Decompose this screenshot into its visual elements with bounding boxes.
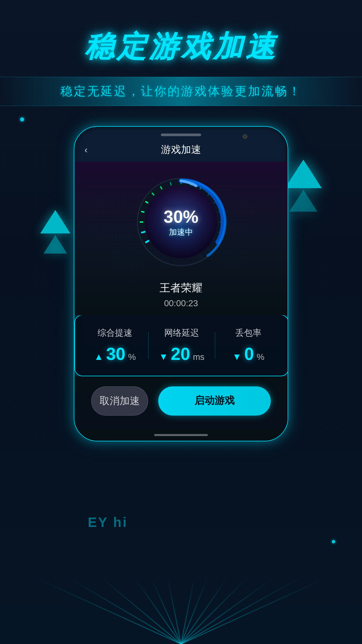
arrow-right-icon	[285, 160, 322, 188]
svg-line-47	[181, 577, 275, 644]
stat-label-latency: 网络延迟	[164, 327, 199, 339]
main-title: 稳定游戏加速	[84, 27, 278, 67]
cancel-button[interactable]: 取消加速	[91, 386, 148, 416]
phone-home-indicator	[74, 429, 288, 441]
stat-unit-speed: %	[128, 352, 136, 362]
stat-number-packet-loss: 0	[244, 344, 254, 364]
phone-bottom-buttons: 取消加速 启动游戏	[74, 376, 288, 429]
bottom-rays	[0, 577, 362, 644]
stat-item-speed: 综合提速 ▲ 30 %	[82, 327, 148, 364]
gauge-center: 30% 加速中	[164, 207, 198, 237]
svg-line-40	[151, 577, 181, 644]
home-bar	[154, 434, 208, 436]
phone-header: ‹ 游戏加速	[74, 138, 288, 162]
game-info: 王者荣耀 00:00:23	[160, 281, 202, 309]
arrow-left-icon	[40, 210, 70, 233]
decoration-dot-bottomright	[332, 540, 335, 543]
stat-number-speed: 30	[106, 344, 125, 364]
start-button[interactable]: 启动游戏	[158, 386, 271, 416]
svg-line-37	[67, 577, 181, 644]
gauge-label: 加速中	[164, 227, 198, 237]
arrow-down-icon-2: ▼	[232, 352, 242, 362]
stat-value-latency: ▼ 20 ms	[159, 344, 204, 364]
phone-top-bar	[74, 127, 288, 138]
page-container: 稳定游戏加速 稳定无延迟，让你的游戏体验更加流畅！ ‹ 游戏加速	[0, 0, 362, 644]
arrow-down-icon-1: ▼	[159, 352, 168, 362]
svg-line-12	[141, 211, 144, 212]
stat-number-latency: 20	[171, 344, 190, 364]
phone-wrapper: ‹ 游戏加速	[67, 126, 295, 441]
subtitle-text: 稳定无延迟，让你的游戏体验更加流畅！	[60, 84, 302, 98]
gauge-percent: 30%	[164, 207, 198, 227]
stat-unit-latency: ms	[193, 352, 204, 362]
stat-label-packet-loss: 丢包率	[235, 327, 261, 339]
stats-card: 综合提速 ▲ 30 % 网络延迟 ▼ 20 ms	[74, 315, 288, 376]
svg-line-36	[34, 577, 181, 644]
speedometer: 30% 加速中	[134, 175, 228, 269]
ey-hi-label: EY hi	[88, 515, 128, 530]
back-button[interactable]: ‹	[84, 145, 87, 155]
stat-value-packet-loss: ▼ 0 %	[232, 344, 264, 364]
decoration-dot-topleft	[20, 117, 24, 121]
stat-label-speed: 综合提速	[98, 327, 132, 339]
stat-item-latency: 网络延迟 ▼ 20 ms	[148, 327, 215, 364]
svg-line-49	[181, 577, 328, 644]
svg-line-46	[181, 577, 248, 644]
phone-frame: ‹ 游戏加速	[74, 126, 288, 441]
game-timer: 00:00:23	[160, 298, 202, 309]
svg-line-35	[141, 231, 145, 232]
stat-item-packet-loss: 丢包率 ▼ 0 %	[215, 327, 282, 364]
svg-line-48	[181, 577, 302, 644]
phone-content: 30% 加速中 王者荣耀 00:00:23	[74, 162, 288, 315]
phone-notch	[161, 133, 201, 136]
stat-value-speed: ▲ 30 %	[94, 344, 136, 364]
stat-unit-packet-loss: %	[257, 352, 264, 362]
arrow-up-icon: ▲	[94, 352, 104, 362]
game-name: 王者荣耀	[160, 281, 202, 296]
phone-screen-title: 游戏加速	[161, 143, 201, 157]
subtitle-banner: 稳定无延迟，让你的游戏体验更加流畅！	[0, 77, 362, 106]
